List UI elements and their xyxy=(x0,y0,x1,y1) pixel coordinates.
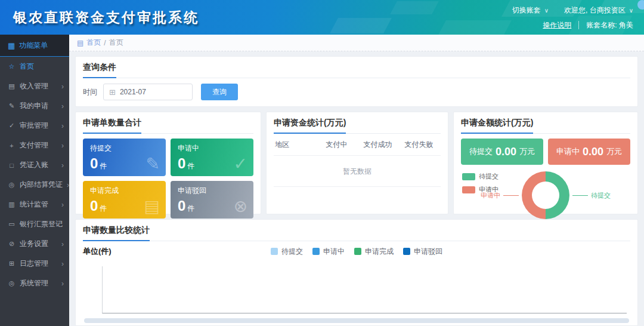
query-panel: 查询条件 时间 ⊞ 查询 xyxy=(75,56,638,107)
card-unit: 件 xyxy=(100,204,107,213)
welcome-label: 欢迎您, 台商投资区 xyxy=(564,5,626,16)
amount-value: 0.00 xyxy=(496,146,516,158)
chevron-down-icon: ∨ xyxy=(629,7,633,14)
legend-label: 申请完成 xyxy=(365,247,394,257)
bar-chart-legend: 待提交 申请中 申请完成 xyxy=(83,247,630,257)
funds-stats-panel: 申请资金统计(万元) 地区 支付中 支付成功 支付失败 暂无数据 xyxy=(266,112,448,214)
sidebar-item-internal-settlement[interactable]: ◎ 内部结算凭证 › xyxy=(0,175,69,195)
content: 查询条件 时间 ⊞ 查询 xyxy=(69,51,644,326)
sidebar-item-bank-draft[interactable]: ▭ 银行汇票登记 xyxy=(0,214,69,234)
card-label: 申请完成 xyxy=(90,186,160,196)
sidebar-item-label: 统计监管 xyxy=(20,199,48,210)
system-gear-icon: ◎ xyxy=(8,279,16,287)
sidebar-item-payment[interactable]: + 支付管理 › xyxy=(0,136,69,155)
doc-reject-icon: ⊗ xyxy=(234,196,247,216)
switch-account-label: 切换账套 xyxy=(512,5,541,16)
chevron-right-icon: › xyxy=(61,161,64,170)
legend-item[interactable]: 申请中 xyxy=(462,185,499,194)
sidebar-item-log-management[interactable]: ⊞ 日志管理 › xyxy=(0,254,69,273)
legend-item[interactable]: 待提交 xyxy=(462,172,499,181)
card-label: 待提交 xyxy=(90,143,160,153)
card-in-progress[interactable]: 申请中 0件 ✓ xyxy=(171,139,253,176)
funds-panel-title: 申请资金统计(万元) xyxy=(274,118,346,134)
time-input[interactable] xyxy=(120,88,187,96)
amount-label: 待提交 xyxy=(469,146,493,157)
donut-right-label: 待提交 xyxy=(591,191,611,200)
business-link-icon: ⊘ xyxy=(8,240,16,248)
col-pay-success: 支付成功 xyxy=(357,140,398,150)
sidebar-item-label: 我的申请 xyxy=(20,101,48,111)
horizontal-scrollbar[interactable] xyxy=(84,318,629,323)
breadcrumb-current: 首页 xyxy=(109,38,123,48)
menu-grid-icon: ▦ xyxy=(8,41,15,50)
sidebar-item-voucher-entry[interactable]: □ 凭证入账 › xyxy=(0,155,69,175)
sidebar-item-label: 业务设置 xyxy=(20,239,48,249)
time-picker[interactable]: ⊞ xyxy=(103,84,193,100)
amount-value: 0.00 xyxy=(583,146,603,158)
card-pending-submit[interactable]: 待提交 0件 ✎ xyxy=(83,139,166,176)
welcome-user-dropdown[interactable]: 欢迎您, 台商投资区 ∨ xyxy=(564,5,633,16)
home-star-icon: ☆ xyxy=(8,63,16,70)
sidebar-item-system-management[interactable]: ◎ 系统管理 › xyxy=(0,273,69,293)
amount-panel-title: 申请金额统计(万元) xyxy=(461,118,533,134)
income-doc-icon: ▤ xyxy=(8,82,16,90)
in-progress-amount-button[interactable]: 申请中 0.00 万元 xyxy=(548,139,630,165)
amount-unit: 万元 xyxy=(519,146,535,157)
sidebar-item-my-applications[interactable]: ✎ 我的申请 › xyxy=(0,96,69,116)
donut-legend: 待提交 申请中 xyxy=(462,172,499,194)
corner-notification-dot[interactable] xyxy=(637,0,644,10)
sidebar-menu-header-label: 功能菜单 xyxy=(19,41,48,51)
sidebar-menu-header: ▦ 功能菜单 xyxy=(0,35,69,57)
card-label: 申请驳回 xyxy=(178,186,247,196)
col-paying: 支付中 xyxy=(316,140,357,150)
breadcrumb-root-link[interactable]: 首页 xyxy=(86,38,101,48)
sidebar-item-income[interactable]: ▤ 收入管理 › xyxy=(0,76,69,96)
card-value: 0 xyxy=(90,198,98,214)
card-label: 申请中 xyxy=(178,143,247,153)
breadcrumb: ▤ 首页 / 首页 xyxy=(69,35,644,51)
legend-swatch xyxy=(354,248,361,255)
col-pay-failed: 支付失败 xyxy=(398,140,439,150)
amount-unit: 万元 xyxy=(606,146,622,157)
main-area: ▤ 首页 / 首页 查询条件 时间 ⊞ xyxy=(69,35,644,326)
header-divider xyxy=(578,21,579,29)
sidebar-item-label: 内部结算凭证 xyxy=(20,180,63,190)
legend-item: 申请中 xyxy=(312,247,345,257)
card-value: 0 xyxy=(178,198,185,214)
calendar-icon: ⊞ xyxy=(109,88,116,97)
sidebar: ▦ 功能菜单 ☆ 首页 ▤ 收入管理 › ✎ 我的申请 › ✓ 审批管理 › xyxy=(0,35,69,326)
sidebar-item-statistics[interactable]: ▥ 统计监管 › xyxy=(0,195,69,214)
legend-swatch xyxy=(312,248,320,255)
chevron-right-icon: › xyxy=(61,260,64,268)
header-user-area: 切换账套 ∨ 欢迎您, 台商投资区 ∨ 操作说明 账套名称: 角美 xyxy=(512,4,633,32)
legend-label: 待提交 xyxy=(281,247,303,257)
chevron-right-icon: › xyxy=(61,122,64,130)
operation-manual-link[interactable]: 操作说明 xyxy=(543,20,571,30)
sidebar-item-label: 银行汇票登记 xyxy=(20,219,63,229)
amount-label: 申请中 xyxy=(556,146,580,157)
switch-account-dropdown[interactable]: 切换账套 ∨ xyxy=(512,5,549,16)
card-value: 0 xyxy=(178,155,185,171)
card-rejected[interactable]: 申请驳回 0件 ⊗ xyxy=(171,181,253,219)
page-doc-icon: ▤ xyxy=(77,39,83,47)
sidebar-item-approval[interactable]: ✓ 审批管理 › xyxy=(0,116,69,136)
page-title: 银农直联资金支付审批系统 xyxy=(13,8,199,27)
query-panel-title: 查询条件 xyxy=(83,62,116,78)
sidebar-item-home[interactable]: ☆ 首页 xyxy=(0,57,69,76)
chevron-right-icon: › xyxy=(61,102,64,110)
legend-label: 申请中 xyxy=(323,247,345,257)
amount-stats-panel: 申请金额统计(万元) 待提交 0.00 万元 申请中 0.00 万 xyxy=(453,112,638,214)
bank-draft-card-icon: ▭ xyxy=(8,220,16,228)
sidebar-item-label: 支付管理 xyxy=(20,140,48,150)
pending-amount-button[interactable]: 待提交 0.00 万元 xyxy=(461,139,543,165)
search-button[interactable]: 查询 xyxy=(201,84,238,100)
sidebar-item-label: 系统管理 xyxy=(20,278,48,288)
donut-chart[interactable] xyxy=(522,171,569,219)
legend-item: 申请驳回 xyxy=(403,247,442,257)
card-completed[interactable]: 申请完成 0件 ▤ xyxy=(83,181,166,219)
sidebar-item-label: 凭证入账 xyxy=(20,160,48,170)
time-label: 时间 xyxy=(83,87,97,97)
legend-item: 待提交 xyxy=(271,247,303,257)
log-edit-icon: ⊞ xyxy=(8,260,16,267)
sidebar-item-business-settings[interactable]: ⊘ 业务设置 › xyxy=(0,234,69,254)
